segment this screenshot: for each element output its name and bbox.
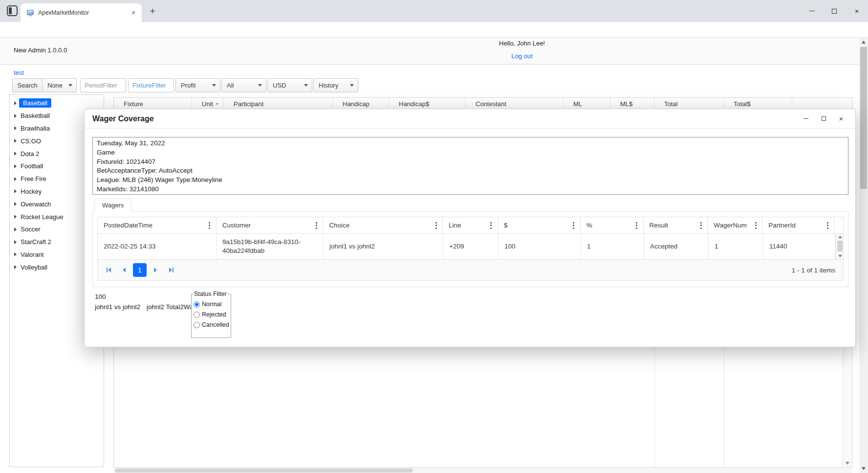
- dialog-title-bar[interactable]: Wager Coverage ×: [85, 109, 855, 129]
- history-dropdown[interactable]: History: [313, 78, 358, 92]
- column-menu-icon[interactable]: [487, 220, 495, 231]
- maximize-icon: [832, 9, 837, 14]
- window-maximize-button[interactable]: [823, 0, 846, 22]
- radio-checked-icon[interactable]: [194, 301, 200, 308]
- grid-column-line[interactable]: Line: [443, 217, 498, 233]
- info-line: FixtureId: 10214407: [97, 158, 844, 167]
- expand-arrow-icon[interactable]: [14, 240, 17, 244]
- dialog-maximize-button[interactable]: [816, 112, 831, 126]
- chevron-down-icon: [212, 84, 216, 87]
- grid-header-spacer: [834, 217, 843, 233]
- fixtures-table-hscrollbar[interactable]: [113, 467, 852, 473]
- grid-column-posteddatetime[interactable]: PostedDateTime: [98, 217, 217, 233]
- column-menu-icon[interactable]: [824, 220, 831, 231]
- expand-arrow-icon[interactable]: [14, 189, 17, 193]
- grid-row[interactable]: 2022-02-25 14:33 9a15b19b-bf4f-49ca-8310…: [98, 234, 835, 259]
- pager-next-button[interactable]: [149, 263, 162, 277]
- expand-arrow-icon[interactable]: [14, 126, 17, 130]
- scroll-down-icon[interactable]: [846, 462, 849, 465]
- test-link[interactable]: test: [14, 69, 24, 76]
- cell-result: Accepted: [644, 234, 709, 259]
- chevron-down-icon: [350, 84, 354, 87]
- maximize-icon: [822, 116, 826, 121]
- browser-toolbar: https://localhost:7290: [0, 22, 868, 38]
- scroll-down-icon[interactable]: [862, 467, 866, 470]
- tab-title: ApexMarketMonitor: [38, 9, 125, 16]
- column-menu-icon[interactable]: [206, 220, 214, 231]
- column-menu-icon[interactable]: [633, 220, 641, 231]
- fixture-info-textarea[interactable]: Tuesday, May 31, 2022 Game FixtureId: 10…: [92, 137, 848, 195]
- wager-matchup: johnl1 vs johnl2: [95, 303, 140, 311]
- profit-dropdown[interactable]: Profit: [175, 78, 220, 92]
- cell-line: +209: [443, 234, 499, 259]
- dialog-minimize-button[interactable]: [799, 112, 813, 126]
- expand-arrow-icon[interactable]: [14, 152, 17, 156]
- expand-arrow-icon[interactable]: [14, 252, 17, 256]
- status-option-rejected[interactable]: Rejected: [194, 311, 229, 318]
- logout-link[interactable]: Log out: [511, 52, 532, 60]
- expand-arrow-icon[interactable]: [14, 265, 17, 269]
- pager-last-button[interactable]: [164, 263, 178, 277]
- grid-scrollbar[interactable]: [835, 234, 843, 259]
- scrollbar-thumb[interactable]: [860, 47, 867, 189]
- scrollbar-thumb[interactable]: [115, 469, 413, 473]
- window-minimize-button[interactable]: [801, 0, 823, 22]
- fixture-filter-input[interactable]: [128, 78, 174, 92]
- status-option-normal[interactable]: Normal: [194, 301, 229, 308]
- grid-column-percent[interactable]: %: [581, 217, 644, 233]
- scroll-up-icon[interactable]: [862, 41, 866, 44]
- column-menu-icon[interactable]: [432, 220, 440, 231]
- scrollbar-thumb[interactable]: [837, 241, 843, 251]
- tab-wagers[interactable]: Wagers: [94, 198, 131, 212]
- tab-strip: Wagers: [92, 198, 848, 212]
- column-menu-icon[interactable]: [312, 220, 320, 231]
- grid-column-partnerid[interactable]: PartnerId: [762, 217, 834, 233]
- window-close-button[interactable]: ×: [846, 0, 868, 22]
- pager-page-1-button[interactable]: 1: [133, 263, 147, 277]
- dialog-close-button[interactable]: ×: [834, 112, 848, 126]
- radio-icon[interactable]: [194, 322, 200, 328]
- dialog-controls: ×: [799, 112, 848, 126]
- status-option-cancelled[interactable]: Cancelled: [194, 321, 229, 328]
- last-page-icon: [169, 268, 172, 272]
- info-line: League: MLB (246) Wager Type:Moneyline: [97, 176, 844, 185]
- scroll-up-icon[interactable]: [838, 236, 842, 238]
- expand-arrow-icon[interactable]: [14, 215, 17, 219]
- column-menu-icon[interactable]: [752, 220, 760, 231]
- search-button[interactable]: Search: [12, 78, 43, 92]
- new-tab-button[interactable]: +: [147, 5, 158, 17]
- expand-arrow-icon[interactable]: [14, 227, 17, 231]
- scroll-down-icon[interactable]: [838, 255, 842, 257]
- grid-column-result[interactable]: Result: [644, 217, 708, 233]
- page-header-band: [0, 38, 859, 65]
- page-scrollbar[interactable]: [859, 38, 868, 473]
- column-menu-icon[interactable]: [570, 220, 578, 231]
- grid-column-customer[interactable]: Customer: [217, 217, 324, 233]
- grid-column-wagernum[interactable]: WagerNum: [708, 217, 762, 233]
- browser-window: ApexMarketMonitor × + × https://localhos…: [0, 0, 868, 473]
- app-version-label: New Admin 1.0.0.0: [14, 46, 67, 54]
- first-page-icon: [107, 268, 108, 272]
- chevron-down-icon: [68, 84, 72, 87]
- pager-prev-button[interactable]: [117, 263, 131, 277]
- expand-arrow-icon[interactable]: [14, 177, 17, 181]
- period-filter-input[interactable]: [80, 78, 126, 92]
- expand-arrow-icon[interactable]: [14, 101, 17, 105]
- grid-column-choice[interactable]: Choice: [323, 217, 443, 233]
- sidebar-item-baseball[interactable]: Baseball: [10, 97, 104, 110]
- expand-arrow-icon[interactable]: [14, 139, 17, 143]
- tab-actions-icon[interactable]: [7, 5, 18, 16]
- none-dropdown[interactable]: None: [42, 78, 77, 92]
- currency-dropdown[interactable]: USD: [267, 78, 312, 92]
- tab-close-icon[interactable]: ×: [129, 8, 138, 17]
- expand-arrow-icon[interactable]: [14, 114, 17, 118]
- wager-coverage-dialog: Wager Coverage × Tuesday, May 31, 2022 G…: [84, 109, 856, 347]
- grid-column-amount[interactable]: $: [498, 217, 581, 233]
- all-dropdown[interactable]: All: [221, 78, 266, 92]
- expand-arrow-icon[interactable]: [14, 202, 17, 206]
- browser-tab[interactable]: ApexMarketMonitor ×: [21, 3, 142, 22]
- radio-icon[interactable]: [194, 312, 200, 318]
- pager-first-button[interactable]: [102, 263, 115, 277]
- column-menu-icon[interactable]: [697, 220, 705, 231]
- expand-arrow-icon[interactable]: [14, 164, 17, 168]
